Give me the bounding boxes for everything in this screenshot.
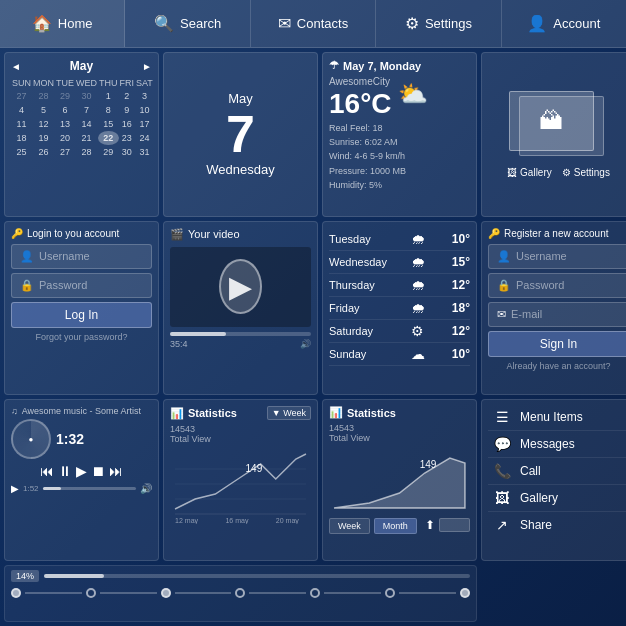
cal-day[interactable]: 3 (135, 89, 154, 103)
nav-search[interactable]: 🔍 Search (125, 0, 250, 47)
gallery-button[interactable]: 🖼 Gallery (507, 167, 552, 178)
forgot-password-link[interactable]: Forgot your password? (11, 332, 152, 342)
video-play-button[interactable]: ▶ (170, 247, 311, 327)
search-icon: 🔍 (154, 14, 174, 33)
username-field[interactable]: 👤 Username (11, 244, 152, 269)
music-prev-button[interactable]: ⏮ (40, 463, 54, 479)
main-slider[interactable] (44, 574, 470, 578)
stats-month-tab[interactable]: Month (374, 518, 417, 534)
cal-day[interactable]: 31 (135, 145, 154, 159)
cal-day[interactable]: 1 (98, 89, 119, 103)
cal-day[interactable]: 30 (119, 145, 136, 159)
cal-day[interactable]: 8 (98, 103, 119, 117)
cal-day[interactable]: 13 (55, 117, 75, 131)
cal-day[interactable]: 7 (75, 103, 98, 117)
cal-day[interactable]: 14 (75, 117, 98, 131)
stats-title-right: 📊 Statistics (329, 406, 396, 419)
home-icon: 🏠 (32, 14, 52, 33)
cal-day[interactable]: 30 (75, 89, 98, 103)
nav-settings[interactable]: ⚙ Settings (376, 0, 501, 47)
video-progress-bar[interactable] (170, 332, 311, 336)
cal-day[interactable]: 9 (119, 103, 136, 117)
menu-item-call[interactable]: 📞 Call (488, 458, 626, 485)
stats-bar-icon: 📊 (170, 407, 184, 420)
cal-day[interactable]: 2 (119, 89, 136, 103)
music-pause-button[interactable]: ⏸ (58, 463, 72, 479)
cal-day[interactable]: 21 (75, 131, 98, 145)
menu-label: Gallery (520, 491, 558, 505)
cal-day[interactable]: 24 (135, 131, 154, 145)
music-progress-slider[interactable] (43, 487, 136, 490)
main-slider-fill (44, 574, 104, 578)
cal-day[interactable]: 5 (32, 103, 55, 117)
cal-day[interactable]: 20 (55, 131, 75, 145)
cal-day[interactable]: 6 (55, 103, 75, 117)
nav-account[interactable]: 👤 Account (502, 0, 626, 47)
music-play-button[interactable]: ▶ (76, 463, 87, 479)
percent-row: 14% (11, 570, 470, 582)
cal-day[interactable]: 28 (32, 89, 55, 103)
cal-day[interactable]: 15 (98, 117, 119, 131)
cal-day[interactable]: 26 (32, 145, 55, 159)
dot-indicator[interactable] (310, 588, 320, 598)
cal-day[interactable]: 29 (98, 145, 119, 159)
register-username-field[interactable]: 👤 Username (488, 244, 626, 269)
nav-home[interactable]: 🏠 Home (0, 0, 125, 47)
menu-icon: 📞 (492, 463, 512, 479)
menu-item-gallery[interactable]: 🖼 Gallery (488, 485, 626, 512)
cal-day[interactable]: 16 (119, 117, 136, 131)
password-placeholder: Password (39, 279, 87, 291)
stats-panel-right: 📊 Statistics 14543 Total View 149 12 may… (322, 399, 477, 560)
dot-indicator[interactable] (385, 588, 395, 598)
cal-next-button[interactable]: ► (142, 61, 152, 72)
cal-day[interactable]: 18 (11, 131, 32, 145)
dot-indicator[interactable] (161, 588, 171, 598)
dot-indicator[interactable] (235, 588, 245, 598)
dot-indicator[interactable] (86, 588, 96, 598)
username-placeholder: Username (39, 250, 90, 262)
register-email-field[interactable]: ✉ E-mail (488, 302, 626, 327)
svg-marker-8 (334, 458, 465, 508)
password-field[interactable]: 🔒 Password (11, 273, 152, 298)
stats-week-tab[interactable]: Week (329, 518, 370, 534)
cal-day[interactable]: 27 (55, 145, 75, 159)
cal-day[interactable]: 10 (135, 103, 154, 117)
forecast-row: Saturday ⚙ 12° (329, 320, 470, 343)
signin-button[interactable]: Sign In (488, 331, 626, 357)
stats-week-button[interactable]: ▼ Week (267, 406, 311, 420)
cal-day[interactable]: 23 (119, 131, 136, 145)
cal-day[interactable]: 17 (135, 117, 154, 131)
cal-day[interactable]: 29 (55, 89, 75, 103)
dot-indicator[interactable] (11, 588, 21, 598)
calendar-panel: ◄ May ► SUNMONTUEWEDTHUFRISAT 2728293012… (4, 52, 159, 217)
cal-day[interactable]: 28 (75, 145, 98, 159)
menu-item-menu-items[interactable]: ☰ Menu Items (488, 404, 626, 431)
calendar-grid: SUNMONTUEWEDTHUFRISAT 272829301234567891… (11, 77, 152, 159)
menu-item-share[interactable]: ↗ Share (488, 512, 626, 538)
cal-day[interactable]: 22 (98, 131, 119, 145)
cal-day[interactable]: 25 (11, 145, 32, 159)
cal-day[interactable]: 12 (32, 117, 55, 131)
cal-day[interactable]: 4 (11, 103, 32, 117)
menu-item-messages[interactable]: 💬 Messages (488, 431, 626, 458)
stats-total-label-left: 14543 Total View (170, 424, 311, 444)
music-stop-button[interactable]: ⏹ (91, 463, 105, 479)
dots-row (11, 586, 470, 600)
forecast-row: Tuesday 🌧 10° (329, 228, 470, 251)
register-password-field[interactable]: 🔒 Password (488, 273, 626, 298)
cal-day[interactable]: 19 (32, 131, 55, 145)
dot-indicator[interactable] (460, 588, 470, 598)
login-button[interactable]: Log In (11, 302, 152, 328)
forecast-day: Thursday (329, 279, 384, 291)
cal-day[interactable]: 11 (11, 117, 32, 131)
main-grid: ◄ May ► SUNMONTUEWEDTHUFRISAT 2728293012… (0, 48, 626, 626)
gallery-settings-button[interactable]: ⚙ Settings (562, 167, 610, 178)
forecast-day: Sunday (329, 348, 384, 360)
music-next-button[interactable]: ⏭ (109, 463, 123, 479)
cal-day[interactable]: 27 (11, 89, 32, 103)
nav-contacts[interactable]: ✉ Contacts (251, 0, 376, 47)
gallery-settings-label: Settings (574, 167, 610, 178)
cal-prev-button[interactable]: ◄ (11, 61, 21, 72)
register-panel: 🔑 Register a new account 👤 Username 🔒 Pa… (481, 221, 626, 395)
already-account-link[interactable]: Already have an account? (488, 361, 626, 371)
